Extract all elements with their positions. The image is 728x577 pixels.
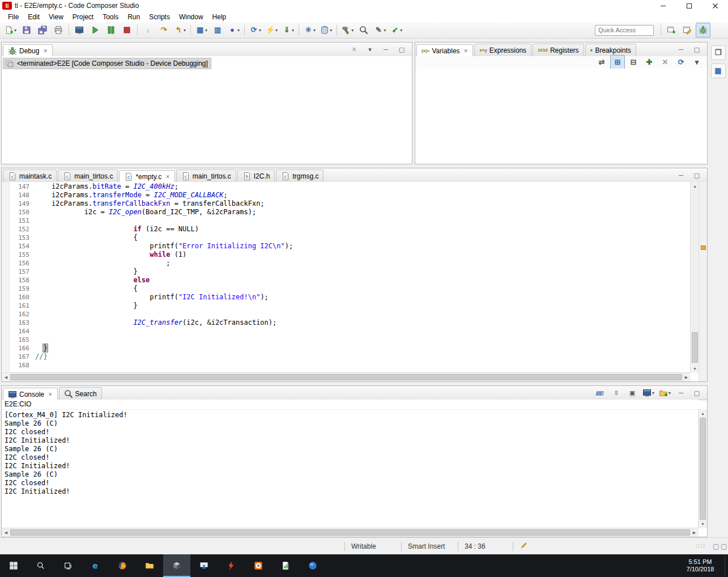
taskbar-firefox-button[interactable] xyxy=(109,554,136,577)
editor-tab-maintirtos.c[interactable]: cmain_tirtos.c xyxy=(176,169,236,182)
new-button[interactable]: ▾ xyxy=(3,23,18,37)
pin-console-button[interactable]: ▣ xyxy=(625,387,640,399)
flash-device-button[interactable]: ⚡▾ xyxy=(264,23,279,37)
open-perspective-button[interactable] xyxy=(664,23,679,37)
code-text[interactable]: i2c = I2C_open(Board_I2C_TMP, &i2cParams… xyxy=(35,208,256,216)
minimize-button[interactable]: ─ xyxy=(674,387,688,399)
code-text[interactable]: i2cParams.bitRate = I2C_400kHz; xyxy=(35,183,178,190)
close-button[interactable] xyxy=(702,0,728,11)
menu-project[interactable]: Project xyxy=(68,12,98,22)
code-text[interactable]: { xyxy=(35,234,138,241)
code-text[interactable]: printf("I2C Initialized!\n"); xyxy=(35,293,269,301)
maximize-button[interactable]: ▢ xyxy=(689,387,704,399)
editor-tab-maintask.c[interactable]: cmaintask.c xyxy=(3,169,57,182)
print-button[interactable] xyxy=(51,23,66,37)
breakpoint-toggle-button[interactable]: ●▾ xyxy=(226,23,241,37)
taskbar-task-view-button[interactable] xyxy=(54,554,82,577)
menu-tools[interactable]: Tools xyxy=(98,12,123,22)
show-desktop-button[interactable] xyxy=(725,554,728,577)
show-type-names-button[interactable]: ⇄ xyxy=(594,55,609,70)
remove-selected-button[interactable]: ✕ xyxy=(658,55,672,70)
taskbar-clock[interactable]: 5:51 PM 7/10/2018 xyxy=(678,558,722,573)
overview-ruler[interactable] xyxy=(699,182,707,381)
close-tab-icon[interactable]: ✕ xyxy=(165,174,170,180)
menu-window[interactable]: Window xyxy=(174,12,208,22)
tab-expressions[interactable]: x+yExpressions xyxy=(474,44,531,56)
scroll-up-icon[interactable]: ▲ xyxy=(699,409,707,418)
ccs-debug-perspective-button[interactable] xyxy=(696,23,710,37)
view-menu-button[interactable]: ▾ xyxy=(363,43,377,56)
search-button[interactable] xyxy=(356,23,371,37)
refresh-views-button[interactable]: ⟳ xyxy=(674,55,688,70)
editor-text-area[interactable]: 147 i2cParams.bitRate = I2C_400kHz;148 i… xyxy=(2,182,691,373)
step-over-button[interactable]: ↷ xyxy=(156,23,171,37)
close-tab-icon[interactable]: ✕ xyxy=(464,48,469,54)
menu-edit[interactable]: Edit xyxy=(23,12,44,22)
editor-vertical-scrollbar[interactable]: ▲ ▼ xyxy=(690,182,699,373)
code-text[interactable]: printf("Error Initializing I2C\n"); xyxy=(35,242,293,250)
scroll-lock-button[interactable]: ⇳ xyxy=(609,387,624,399)
scrollbar-thumb[interactable] xyxy=(10,374,682,380)
menu-run[interactable]: Run xyxy=(123,12,144,22)
new-target-configuration-button[interactable]: ✳▾ xyxy=(302,23,317,37)
taskbar-edge-button[interactable]: e xyxy=(82,554,109,577)
save-all-button[interactable] xyxy=(35,23,50,37)
tab-breakpoints[interactable]: ●Breakpoints xyxy=(585,44,636,56)
tab-registers[interactable]: 1010Registers xyxy=(533,44,584,56)
tab-search[interactable]: Search xyxy=(59,387,102,400)
collapse-all-button[interactable]: ⊟ xyxy=(626,55,641,70)
code-text[interactable]: I2C_transfer(i2c, &i2cTransaction); xyxy=(35,319,276,326)
breakpoint-ruler[interactable] xyxy=(2,182,10,373)
terminated-launch-item[interactable]: <terminated>E2E [Code Composer Studio - … xyxy=(3,58,211,69)
close-tab-icon[interactable]: ✕ xyxy=(43,48,48,54)
step-into-button[interactable]: ↓ xyxy=(141,23,155,37)
close-tab-icon[interactable]: ✕ xyxy=(48,392,53,397)
taskbar-file-explorer-button[interactable] xyxy=(136,554,163,577)
code-text[interactable]: } xyxy=(35,302,138,309)
code-text[interactable]: else xyxy=(35,276,150,284)
scrollbar-thumb[interactable] xyxy=(10,529,690,536)
scroll-up-icon[interactable]: ▲ xyxy=(691,182,699,190)
restore-view-button[interactable]: ❐ xyxy=(711,45,726,60)
memory-fastview-button[interactable]: ▦ xyxy=(711,63,726,78)
debug-launches-tree[interactable]: <terminated>E2E [Code Composer Studio - … xyxy=(2,56,412,164)
step-return-button[interactable]: ↰▾ xyxy=(172,23,188,37)
minimize-button[interactable]: ─ xyxy=(674,43,688,56)
warning-marker[interactable] xyxy=(701,245,706,250)
maximize-button[interactable] xyxy=(676,0,702,11)
refresh-target-button[interactable]: ⟳▾ xyxy=(248,23,263,37)
code-text[interactable]: } xyxy=(35,344,48,352)
save-button[interactable] xyxy=(19,23,34,37)
code-text[interactable]: //} xyxy=(35,353,48,360)
code-text[interactable]: if (i2c == NULL) xyxy=(35,225,199,233)
taskbar-search-button[interactable] xyxy=(27,554,54,577)
terminate-button[interactable] xyxy=(120,23,134,37)
code-text[interactable]: i2cParams.transferCallbackFxn = transfer… xyxy=(35,200,265,207)
editor-tab-trgmsg.c[interactable]: ctrgmsg.c xyxy=(276,169,323,182)
clear-console-button[interactable] xyxy=(593,387,608,399)
console-horizontal-scrollbar[interactable]: ◀ ▶ xyxy=(2,528,699,537)
code-text[interactable]: } xyxy=(35,268,138,275)
open-console-button[interactable]: ▾ xyxy=(657,387,672,399)
annotation-button[interactable]: ✎▾ xyxy=(372,23,388,37)
variables-table[interactable] xyxy=(415,69,707,164)
quick-access-input[interactable] xyxy=(595,25,654,36)
resume-button[interactable] xyxy=(88,23,103,37)
code-text[interactable]: i2cParams.transferMode = I2C_MODE_CALLBA… xyxy=(35,191,228,199)
editor-tab-maintirtos.c[interactable]: cmain_tirtos.c xyxy=(58,169,118,182)
minimize-button[interactable]: ─ xyxy=(378,43,393,56)
taskbar-start-button[interactable] xyxy=(0,554,27,577)
registers-view-button[interactable]: ▥ xyxy=(210,23,225,37)
editor-tab-i2c.h[interactable]: hI2C.h xyxy=(237,169,275,182)
target-configurations-button[interactable]: ▾ xyxy=(318,23,334,37)
menu-file[interactable]: File xyxy=(3,12,23,22)
new-watch-expression-button[interactable]: ✚ xyxy=(642,55,657,70)
suspend-button[interactable] xyxy=(104,23,118,37)
console-vertical-scrollbar[interactable]: ▲ ▼ xyxy=(698,409,707,528)
taskbar-lightning-app-button[interactable] xyxy=(218,554,245,577)
code-text[interactable]: ; xyxy=(35,259,170,267)
scroll-right-icon[interactable]: ▶ xyxy=(682,373,691,381)
editor-tab-empty.c[interactable]: c*empty.c✕ xyxy=(119,170,174,183)
menu-scripts[interactable]: Scripts xyxy=(144,12,174,22)
view-menu-button[interactable]: ▾ xyxy=(689,55,704,70)
